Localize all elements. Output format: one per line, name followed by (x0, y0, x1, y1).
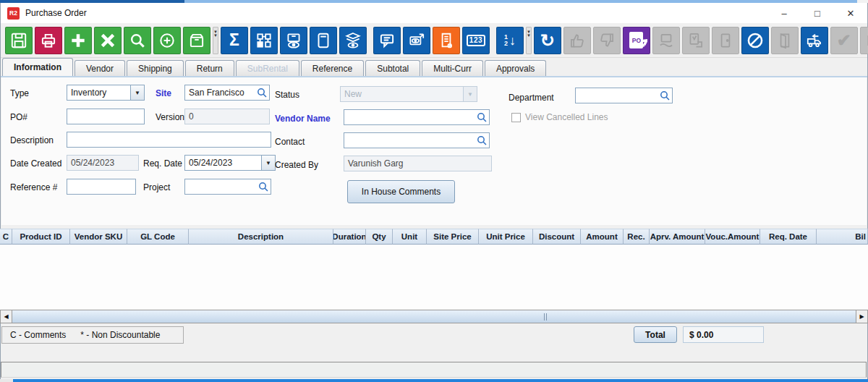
receipt-button[interactable] (433, 27, 460, 54)
truck-return-icon (805, 31, 824, 50)
sum-button[interactable]: Σ (221, 27, 248, 54)
blocks-button[interactable] (250, 27, 278, 54)
tab-vendor[interactable]: Vendor (75, 60, 125, 76)
tab-shipping[interactable]: Shipping (127, 60, 184, 76)
chevron-down-icon[interactable]: ▼ (130, 85, 144, 100)
col-header-c[interactable]: C (0, 229, 12, 245)
po-number-input[interactable] (67, 109, 144, 124)
delete-icon (98, 31, 117, 50)
comment-button[interactable] (373, 27, 401, 54)
search-icon[interactable] (660, 90, 670, 101)
close-button[interactable]: ✕ (834, 3, 867, 23)
tab-multi-curr[interactable]: Multi-Curr (422, 60, 483, 76)
delete-button[interactable] (94, 27, 122, 54)
in-house-comments-button[interactable]: In House Comments (347, 180, 455, 203)
col-header-gl-code[interactable]: GL Code (127, 229, 189, 245)
search-icon[interactable] (477, 112, 487, 122)
project-field[interactable] (184, 179, 271, 195)
scrollbar-track[interactable] (12, 310, 856, 323)
col-header-vouc-amount[interactable]: Vouc.Amount (705, 229, 760, 245)
tab-approvals[interactable]: Approvals (485, 60, 546, 76)
col-header-rec[interactable]: Rec. (624, 229, 650, 245)
overflow-arrow-icon: ▼ (213, 34, 218, 38)
search-icon[interactable] (477, 135, 487, 145)
col-header-product-id[interactable]: Product ID (12, 229, 70, 245)
door-closed-icon (716, 31, 735, 50)
reference-number-field[interactable] (67, 179, 136, 195)
sort-numeric-button[interactable]: 1 2 ↓ (496, 27, 524, 54)
reference-number-input[interactable] (67, 179, 135, 194)
thumb-down-icon (597, 31, 616, 50)
notebook-button[interactable] (310, 27, 337, 54)
minimize-button[interactable]: – (767, 3, 801, 23)
container-view-button[interactable] (403, 27, 430, 54)
add-circle-button[interactable] (153, 27, 181, 54)
tab-subtotal[interactable]: Subtotal (365, 60, 420, 76)
information-form-panel: Type Inventory ▼ Site San Francisco Stat… (1, 77, 867, 225)
numbers-123-button[interactable]: 123 (462, 27, 490, 54)
col-header-req-date[interactable]: Req. Date (760, 229, 817, 245)
layers-view-button[interactable] (339, 27, 367, 54)
description-input[interactable] (67, 132, 271, 147)
site-label[interactable]: Site (156, 85, 171, 101)
tab-reference[interactable]: Reference (301, 60, 364, 76)
col-header-aprv-amount[interactable]: Aprv. Amount (650, 229, 705, 245)
package-button[interactable] (183, 27, 210, 54)
col-header-unit-price[interactable]: Unit Price (479, 229, 533, 245)
print-icon (39, 31, 58, 50)
truck-return-button[interactable] (801, 27, 828, 54)
contact-input[interactable] (344, 133, 477, 148)
type-combobox[interactable]: Inventory ▼ (67, 85, 145, 101)
save-icon (9, 31, 28, 50)
col-header-qty[interactable]: Qty (366, 229, 393, 245)
project-input[interactable] (185, 179, 258, 194)
search-icon[interactable] (258, 182, 268, 192)
check-icon: ✔ (837, 32, 851, 49)
blocks-icon (255, 31, 273, 50)
col-header-description[interactable]: Description (189, 229, 333, 245)
line-items-table-body[interactable] (0, 245, 868, 310)
chevron-down-icon[interactable]: ▼ (261, 156, 275, 170)
main-toolbar: ▼ ▼ Σ (1, 23, 867, 58)
toolbar-overflow-separator[interactable]: ▼ ▼ (213, 27, 218, 54)
req-date-combobox[interactable]: 05/24/2023 ▼ (184, 155, 276, 171)
col-header-bill[interactable]: Bil (817, 229, 868, 245)
search-icon[interactable] (257, 88, 267, 98)
window-title: Purchase Order (25, 8, 87, 18)
horizontal-scrollbar[interactable]: ◀ ▶ (0, 310, 868, 323)
maximize-button[interactable]: □ (801, 3, 834, 23)
scroll-right-arrow[interactable]: ▶ (856, 310, 868, 323)
view-cancelled-lines-checkbox[interactable] (511, 113, 521, 122)
cancel-button[interactable] (741, 27, 769, 54)
total-button[interactable]: Total (634, 326, 677, 343)
toolbar-overflow-separator[interactable]: ▼ ▼ (526, 27, 532, 54)
site-field[interactable]: San Francisco (184, 85, 270, 101)
col-header-discount[interactable]: Discount (533, 229, 581, 245)
search-button[interactable] (124, 27, 151, 54)
scroll-left-arrow[interactable]: ◀ (0, 310, 12, 323)
add-button[interactable] (64, 27, 92, 54)
col-header-unit[interactable]: Unit (393, 229, 427, 245)
vendor-name-input[interactable] (344, 110, 477, 124)
contact-field[interactable] (344, 132, 490, 148)
status-label: Status (275, 87, 299, 103)
refresh-button[interactable]: ↻ (534, 27, 561, 54)
description-field[interactable] (67, 132, 271, 148)
print-button[interactable] (35, 27, 62, 54)
department-input[interactable] (576, 88, 660, 103)
scrollbar-thumb-grip[interactable] (544, 313, 547, 321)
po-number-field[interactable] (67, 109, 145, 124)
col-header-duration[interactable]: Duration (333, 229, 366, 245)
vendor-name-label[interactable]: Vendor Name (275, 111, 331, 127)
col-header-site-price[interactable]: Site Price (427, 229, 479, 245)
col-header-amount[interactable]: Amount (581, 229, 624, 245)
department-field[interactable] (575, 88, 673, 103)
package-view-button[interactable] (280, 27, 307, 54)
tab-return[interactable]: Return (185, 60, 234, 76)
layers-view-icon (344, 31, 362, 50)
col-header-vendor-sku[interactable]: Vendor SKU (70, 229, 127, 245)
vendor-name-field[interactable] (344, 109, 490, 125)
tab-information[interactable]: Information (2, 58, 73, 76)
save-button[interactable] (5, 27, 33, 54)
po-document-button[interactable]: PO (623, 27, 650, 54)
